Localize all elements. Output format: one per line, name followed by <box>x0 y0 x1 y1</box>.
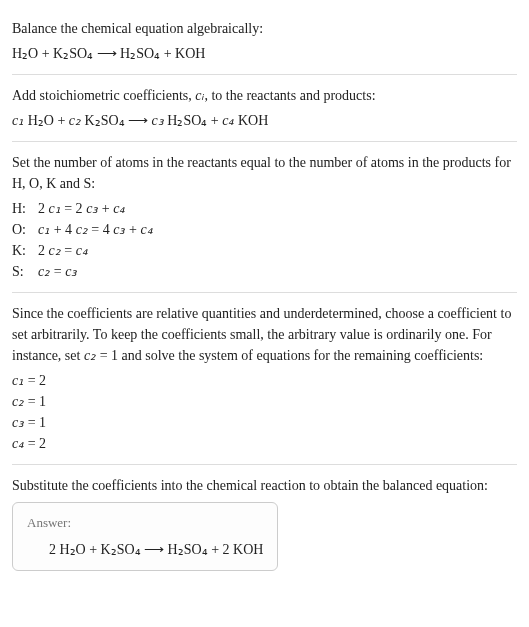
solve-text-b: = 1 and solve the system of equations fo… <box>96 348 483 363</box>
eq-c1: c₁ <box>12 113 24 128</box>
eq-c4: c₄ <box>222 113 234 128</box>
coeff-row-2: c₂ = 1 <box>12 391 517 412</box>
eq-sp1: H₂O + <box>24 113 69 128</box>
o-mid2: + <box>125 222 140 237</box>
cr4-c: c₄ <box>12 436 24 451</box>
cr2-c: c₂ <box>12 394 24 409</box>
coeff-row-3: c₃ = 1 <box>12 412 517 433</box>
atom-row-h: H: 2 c₁ = 2 c₃ + c₄ <box>12 198 517 219</box>
cr1-c: c₁ <box>12 373 24 388</box>
section-solve: Since the coefficients are relative quan… <box>12 293 517 465</box>
eq-sp4: KOH <box>234 113 268 128</box>
balanced-equation: 2 H₂O + K₂SO₄ ⟶ H₂SO₄ + 2 KOH <box>27 539 263 560</box>
atom-label-s: S: <box>12 261 38 282</box>
solve-intro: Since the coefficients are relative quan… <box>12 303 517 366</box>
s-mid1: = <box>50 264 65 279</box>
atom-row-o: O: c₁ + 4 c₂ = 4 c₃ + c₄ <box>12 219 517 240</box>
h-mid2: + <box>98 201 113 216</box>
o-c3: c₃ <box>113 222 125 237</box>
substitute-intro: Substitute the coefficients into the che… <box>12 475 517 496</box>
atom-row-s: S: c₂ = c₃ <box>12 261 517 282</box>
cr4-v: = 2 <box>24 436 46 451</box>
atom-eq-h: 2 c₁ = 2 c₃ + c₄ <box>38 198 517 219</box>
section-add-coefficients: Add stoichiometric coefficients, cᵢ, to … <box>12 75 517 142</box>
o-c2: c₂ <box>76 222 88 237</box>
original-equation: H₂O + K₂SO₄ ⟶ H₂SO₄ + KOH <box>12 43 517 64</box>
section-atom-equations: Set the number of atoms in the reactants… <box>12 142 517 293</box>
add-coeff-text-a: Add stoichiometric coefficients, <box>12 88 195 103</box>
s-c3: c₃ <box>65 264 77 279</box>
k-pre: 2 <box>38 243 49 258</box>
s-c2: c₂ <box>38 264 50 279</box>
atom-label-k: K: <box>12 240 38 261</box>
atom-eq-s: c₂ = c₃ <box>38 261 517 282</box>
solve-c2: c₂ <box>84 348 96 363</box>
atom-row-k: K: 2 c₂ = c₄ <box>12 240 517 261</box>
atom-eq-k: 2 c₂ = c₄ <box>38 240 517 261</box>
coeff-row-1: c₁ = 2 <box>12 370 517 391</box>
cr3-c: c₃ <box>12 415 24 430</box>
k-c2: c₂ <box>49 243 61 258</box>
h-pre: 2 <box>38 201 49 216</box>
add-coeff-text-b: , to the reactants and products: <box>204 88 375 103</box>
eq-c2: c₂ <box>69 113 81 128</box>
atom-label-h: H: <box>12 198 38 219</box>
eq-sp3: H₂SO₄ + <box>164 113 222 128</box>
eq-c3: c₃ <box>152 113 164 128</box>
atom-eq-o: c₁ + 4 c₂ = 4 c₃ + c₄ <box>38 219 517 240</box>
atom-table: H: 2 c₁ = 2 c₃ + c₄ O: c₁ + 4 c₂ = 4 c₃ … <box>12 198 517 282</box>
k-c4: c₄ <box>76 243 88 258</box>
o-mid1: = 4 <box>88 222 113 237</box>
o-c4: c₄ <box>140 222 152 237</box>
cr3-v: = 1 <box>24 415 46 430</box>
add-coeff-intro: Add stoichiometric coefficients, cᵢ, to … <box>12 85 517 106</box>
h-c3: c₃ <box>86 201 98 216</box>
section-balance-intro: Balance the chemical equation algebraica… <box>12 8 517 75</box>
h-c1: c₁ <box>49 201 61 216</box>
h-c4: c₄ <box>113 201 125 216</box>
eq-sp2: K₂SO₄ ⟶ <box>81 113 152 128</box>
atom-intro: Set the number of atoms in the reactants… <box>12 152 517 194</box>
answer-box: Answer: 2 H₂O + K₂SO₄ ⟶ H₂SO₄ + 2 KOH <box>12 502 278 571</box>
o-mid0: + 4 <box>50 222 75 237</box>
k-mid1: = <box>61 243 76 258</box>
answer-label: Answer: <box>27 513 263 533</box>
h-mid1: = 2 <box>61 201 86 216</box>
cr2-v: = 1 <box>24 394 46 409</box>
cr1-v: = 2 <box>24 373 46 388</box>
balance-intro-text: Balance the chemical equation algebraica… <box>12 18 517 39</box>
section-answer: Substitute the coefficients into the che… <box>12 465 517 581</box>
coeff-list: c₁ = 2 c₂ = 1 c₃ = 1 c₄ = 2 <box>12 370 517 454</box>
coeff-equation: c₁ H₂O + c₂ K₂SO₄ ⟶ c₃ H₂SO₄ + c₄ KOH <box>12 110 517 131</box>
atom-label-o: O: <box>12 219 38 240</box>
o-c1: c₁ <box>38 222 50 237</box>
coeff-row-4: c₄ = 2 <box>12 433 517 454</box>
